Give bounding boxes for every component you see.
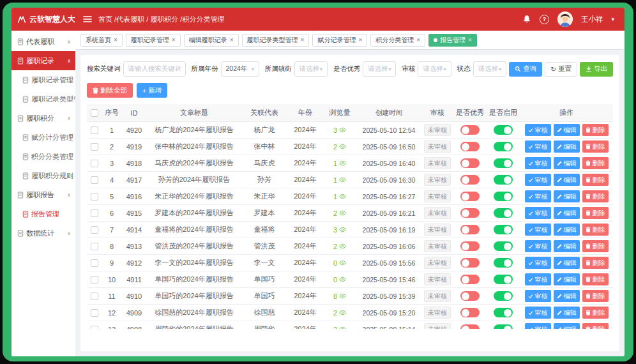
- row-edit-button[interactable]: 编辑: [554, 140, 580, 153]
- excellent-toggle[interactable]: [460, 125, 480, 135]
- row-delete-button[interactable]: 删除: [582, 157, 609, 169]
- row-edit-button[interactable]: 编辑: [554, 307, 580, 319]
- add-button[interactable]: + 新增: [137, 83, 167, 98]
- tab-close-icon[interactable]: ×: [114, 37, 117, 43]
- delete-all-button[interactable]: 删除全部: [87, 83, 133, 98]
- tab[interactable]: 系统首页 ×: [80, 34, 123, 47]
- row-delete-button[interactable]: 删除: [582, 207, 609, 219]
- row-delete-button[interactable]: 删除: [582, 224, 609, 236]
- row-audit-button[interactable]: 审核: [525, 257, 551, 269]
- tab-close-icon[interactable]: ×: [416, 37, 420, 43]
- year-select[interactable]: 2024年 ▾: [221, 61, 259, 77]
- row-delete-button[interactable]: 删除: [582, 273, 609, 285]
- row-delete-button[interactable]: 删除: [582, 174, 609, 186]
- sidebar-item[interactable]: 履职记录管理: [11, 70, 75, 89]
- avatar[interactable]: [557, 11, 573, 27]
- row-delete-button[interactable]: 删除: [582, 307, 609, 319]
- row-edit-button[interactable]: 编辑: [554, 174, 580, 186]
- row-audit-button[interactable]: 审核: [525, 140, 551, 153]
- row-checkbox[interactable]: [91, 143, 98, 151]
- excellent-toggle[interactable]: [460, 158, 480, 168]
- tab[interactable]: 履职记录管理 ×: [126, 34, 181, 47]
- enabled-toggle[interactable]: [494, 142, 513, 151]
- tab[interactable]: 编辑履职记录 ×: [184, 34, 239, 47]
- reset-button[interactable]: ↻ 重置: [545, 62, 577, 77]
- enabled-toggle[interactable]: [494, 241, 513, 251]
- enabled-toggle[interactable]: [494, 225, 513, 234]
- audit-select[interactable]: 请选择 ▾: [418, 61, 451, 77]
- row-checkbox[interactable]: [91, 326, 98, 330]
- row-audit-button[interactable]: 审核: [525, 207, 551, 219]
- sidebar-collapse-icon[interactable]: [83, 15, 92, 23]
- row-delete-button[interactable]: 删除: [582, 140, 609, 153]
- row-audit-button[interactable]: 审核: [525, 174, 551, 186]
- row-edit-button[interactable]: 编辑: [554, 124, 580, 136]
- sidebar-item[interactable]: 代表履职 ∨: [11, 32, 75, 51]
- row-checkbox[interactable]: [91, 243, 98, 250]
- excellent-toggle[interactable]: [460, 275, 480, 284]
- excellent-toggle[interactable]: [460, 308, 480, 317]
- row-edit-button[interactable]: 编辑: [554, 323, 580, 329]
- enabled-toggle[interactable]: [494, 158, 513, 168]
- tab-close-icon[interactable]: ×: [230, 37, 234, 43]
- row-edit-button[interactable]: 编辑: [554, 190, 580, 202]
- excellent-toggle[interactable]: [460, 192, 480, 201]
- row-edit-button[interactable]: 编辑: [554, 207, 580, 219]
- row-delete-button[interactable]: 删除: [582, 290, 609, 302]
- tab[interactable]: 履职记录类型管理 ×: [242, 34, 310, 47]
- row-checkbox[interactable]: [91, 309, 98, 317]
- sidebar-item[interactable]: 数据统计 ∨: [11, 224, 75, 243]
- row-delete-button[interactable]: 删除: [582, 257, 609, 269]
- sidebar-item[interactable]: 履职记录 ∧: [11, 51, 75, 70]
- tab-close-icon[interactable]: ×: [358, 37, 362, 43]
- enabled-toggle[interactable]: [494, 258, 513, 268]
- sidebar-item[interactable]: 履职记录类型管理: [11, 89, 75, 109]
- enabled-toggle[interactable]: [494, 208, 513, 218]
- excellent-select[interactable]: 请选择 ▾: [363, 61, 396, 77]
- enabled-toggle[interactable]: [494, 192, 513, 201]
- town-select[interactable]: 请选择 ▾: [294, 61, 328, 77]
- enabled-toggle[interactable]: [494, 324, 513, 329]
- row-checkbox[interactable]: [91, 176, 98, 184]
- row-delete-button[interactable]: 删除: [582, 323, 609, 329]
- row-audit-button[interactable]: 审核: [525, 190, 551, 202]
- row-audit-button[interactable]: 审核: [525, 124, 551, 136]
- row-checkbox[interactable]: [91, 126, 98, 134]
- tab[interactable]: 赋分记录管理 ×: [312, 34, 367, 47]
- enabled-toggle[interactable]: [494, 308, 513, 317]
- search-button[interactable]: 查询: [509, 62, 542, 77]
- select-all-checkbox[interactable]: [91, 109, 98, 117]
- excellent-toggle[interactable]: [460, 324, 480, 329]
- row-delete-button[interactable]: 删除: [582, 124, 609, 136]
- row-edit-button[interactable]: 编辑: [554, 257, 580, 269]
- row-audit-button[interactable]: 审核: [525, 307, 551, 319]
- sidebar-item[interactable]: 报告管理: [11, 204, 75, 224]
- row-checkbox[interactable]: [91, 259, 98, 267]
- tab[interactable]: 积分分类管理 ×: [370, 34, 425, 47]
- tab-close-icon[interactable]: ×: [301, 37, 305, 43]
- excellent-toggle[interactable]: [460, 175, 480, 185]
- row-checkbox[interactable]: [91, 209, 98, 217]
- row-checkbox[interactable]: [91, 193, 98, 201]
- status-select[interactable]: 请选择 ▾: [473, 61, 506, 77]
- tab[interactable]: 报告管理 ×: [428, 34, 477, 47]
- row-audit-button[interactable]: 审核: [525, 290, 551, 302]
- row-edit-button[interactable]: 编辑: [554, 290, 580, 302]
- user-menu-caret-icon[interactable]: ▾: [611, 16, 614, 22]
- row-checkbox[interactable]: [91, 276, 98, 284]
- row-audit-button[interactable]: 审核: [525, 273, 551, 285]
- enabled-toggle[interactable]: [494, 175, 513, 185]
- row-audit-button[interactable]: 审核: [525, 323, 551, 329]
- row-edit-button[interactable]: 编辑: [554, 273, 580, 285]
- row-checkbox[interactable]: [91, 292, 98, 300]
- excellent-toggle[interactable]: [460, 291, 480, 301]
- row-edit-button[interactable]: 编辑: [554, 157, 580, 169]
- enabled-toggle[interactable]: [494, 125, 513, 135]
- excellent-toggle[interactable]: [460, 258, 480, 268]
- sidebar-item[interactable]: 积分分类管理: [11, 147, 75, 166]
- sidebar-item[interactable]: 履职积分 ∧: [11, 109, 75, 128]
- excellent-toggle[interactable]: [460, 208, 480, 218]
- excellent-toggle[interactable]: [460, 142, 480, 151]
- row-checkbox[interactable]: [91, 160, 98, 167]
- excellent-toggle[interactable]: [460, 225, 480, 234]
